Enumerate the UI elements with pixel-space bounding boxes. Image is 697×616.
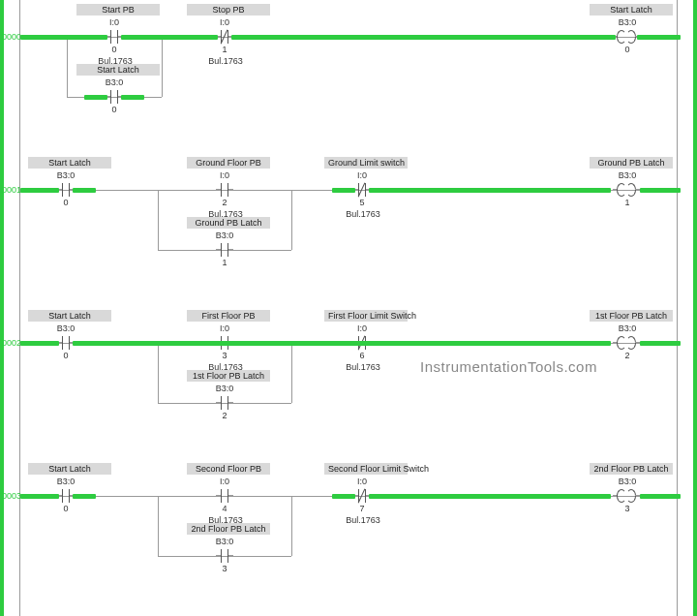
- right-rail: [677, 0, 678, 616]
- power-flow: [640, 341, 681, 346]
- watermark: InstrumentationTools.com: [420, 358, 597, 375]
- element-title: Second Floor PB: [187, 463, 270, 475]
- power-flow: [20, 188, 55, 193]
- rung-number: 0002: [2, 338, 19, 348]
- element-bit: 2: [218, 198, 231, 207]
- power-flow: [20, 35, 104, 40]
- element-addr: I:0: [206, 170, 243, 180]
- element-title: Start Latch: [28, 310, 111, 322]
- element-bit: 7: [355, 504, 369, 513]
- wire: [158, 343, 159, 403]
- element-bit: 0: [107, 105, 121, 114]
- ote-coil: [613, 489, 640, 503]
- element-addr: B3:0: [206, 384, 243, 393]
- element-addr: I:0: [206, 17, 243, 27]
- ote-coil: [613, 336, 640, 350]
- element-addr: I:0: [206, 323, 243, 333]
- ote-coil: [613, 30, 640, 44]
- wire: [158, 496, 159, 556]
- element-bit: 1: [621, 198, 634, 207]
- wire: [158, 190, 159, 250]
- element-addr: B3:0: [96, 77, 133, 87]
- element-addr: B3:0: [611, 17, 644, 27]
- power-flow: [371, 188, 611, 193]
- xic-contact: [216, 489, 233, 503]
- element-bit: 1: [218, 45, 231, 54]
- wire: [162, 37, 163, 97]
- element-title: Start Latch: [76, 64, 160, 76]
- power-flow: [20, 494, 55, 499]
- power-flow: [332, 494, 355, 499]
- power-flow: [640, 494, 681, 499]
- element-note: Bul.1763: [202, 56, 249, 66]
- element-addr: B3:0: [206, 537, 243, 546]
- ote-coil: [613, 183, 640, 197]
- element-title: 1st Floor PB Latch: [590, 310, 673, 322]
- power-flow: [332, 188, 355, 193]
- element-title: Ground Limit switch: [324, 157, 408, 169]
- rung-number: 0000: [2, 32, 19, 42]
- xic-contact: [216, 396, 233, 410]
- element-addr: B3:0: [47, 323, 84, 333]
- element-title: Ground PB Latch: [590, 157, 673, 169]
- element-bit: 3: [621, 504, 634, 513]
- element-addr: B3:0: [47, 477, 84, 486]
- element-note: Bul.1763: [340, 362, 386, 372]
- element-addr: I:0: [206, 477, 243, 486]
- power-flow: [73, 188, 96, 193]
- power-flow: [75, 341, 611, 346]
- wire: [291, 190, 292, 250]
- element-addr: I:0: [96, 17, 133, 27]
- xic-contact: [216, 243, 233, 257]
- wire: [291, 343, 292, 403]
- element-bit: 0: [107, 45, 121, 54]
- element-addr: I:0: [344, 323, 380, 333]
- element-addr: I:0: [344, 477, 380, 486]
- power-flow: [123, 35, 216, 40]
- element-note: Bul.1763: [340, 209, 386, 219]
- power-flow: [371, 494, 611, 499]
- power-flow: [84, 95, 107, 100]
- rung-number: 0003: [2, 491, 19, 501]
- element-title: Ground PB Latch: [187, 217, 270, 229]
- element-bit: 0: [59, 198, 73, 207]
- element-bit: 6: [355, 351, 369, 360]
- power-flow: [73, 494, 96, 499]
- ladder-canvas: InstrumentationTools.com 0000Start PBI:0…: [0, 0, 697, 616]
- element-addr: I:0: [344, 170, 380, 180]
- power-flow: [233, 35, 611, 40]
- element-title: First Floor PB: [187, 310, 270, 322]
- element-addr: B3:0: [206, 231, 243, 240]
- element-title: Stop PB: [187, 4, 270, 15]
- element-bit: 4: [218, 504, 231, 513]
- power-flow: [121, 95, 144, 100]
- element-bit: 5: [355, 198, 369, 207]
- element-title: 1st Floor PB Latch: [187, 370, 270, 382]
- xic-contact: [216, 183, 233, 197]
- power-flow: [640, 35, 681, 40]
- element-title: 2nd Floor PB Latch: [187, 523, 270, 535]
- rung-number: 0001: [2, 185, 19, 195]
- element-note: Bul.1763: [340, 515, 386, 525]
- element-title: Second Floor Limit Switch: [324, 463, 408, 475]
- element-bit: 1: [218, 258, 231, 267]
- element-addr: B3:0: [611, 170, 644, 180]
- element-bit: 0: [621, 45, 634, 54]
- element-bit: 2: [218, 411, 231, 420]
- element-title: Start PB: [76, 4, 160, 15]
- wire: [67, 37, 68, 97]
- element-bit: 0: [59, 504, 73, 513]
- element-title: Start Latch: [28, 157, 111, 169]
- xic-contact: [216, 549, 233, 563]
- element-bit: 3: [218, 351, 231, 360]
- element-addr: B3:0: [611, 323, 644, 333]
- element-title: Ground Floor PB: [187, 157, 270, 169]
- left-rail: [19, 0, 20, 616]
- element-addr: B3:0: [47, 170, 84, 180]
- element-bit: 3: [218, 564, 231, 573]
- power-flow: [640, 188, 681, 193]
- element-title: First Floor Limit Switch: [324, 310, 408, 322]
- element-title: Start Latch: [590, 4, 673, 15]
- element-title: 2nd Floor PB Latch: [590, 463, 673, 475]
- element-addr: B3:0: [611, 477, 644, 486]
